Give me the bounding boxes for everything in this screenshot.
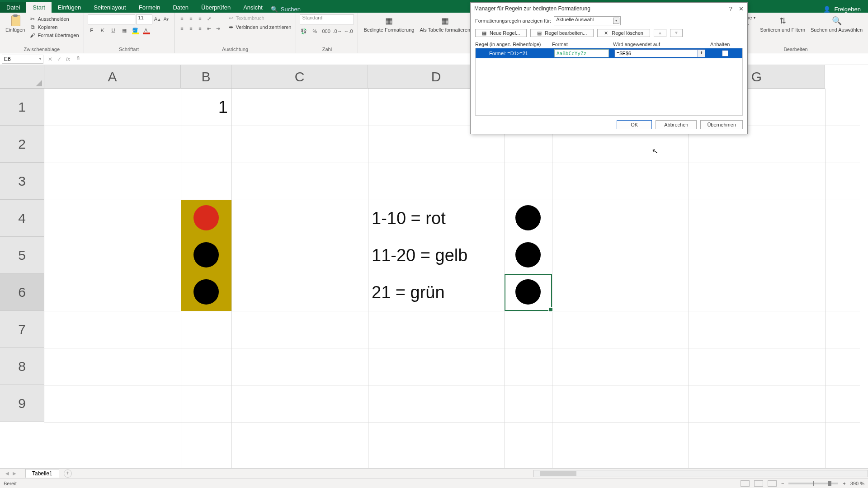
increase-decimal-button[interactable]: .0→: [332, 27, 340, 35]
help-button[interactable]: ?: [729, 5, 732, 12]
font-size-combo[interactable]: 11: [136, 14, 152, 24]
cancel-button[interactable]: Abbrechen: [656, 120, 697, 129]
page-layout-view-button[interactable]: [754, 480, 763, 487]
fill-color-button[interactable]: 🪣: [131, 26, 139, 34]
cell-D4[interactable]: 1-10 = rot: [368, 200, 505, 237]
edit-rule-button[interactable]: ▤Regel bearbeiten...: [530, 29, 594, 37]
cancel-formula-button[interactable]: ✕: [48, 56, 52, 62]
normal-view-button[interactable]: [741, 480, 750, 487]
indent-decrease-button[interactable]: ⇤: [205, 24, 213, 33]
tab-view[interactable]: Ansicht: [237, 2, 269, 13]
select-all-button[interactable]: [0, 65, 44, 89]
cell-D6[interactable]: 21 = grün: [368, 274, 505, 311]
row-header-5[interactable]: 5: [0, 237, 44, 274]
format-as-table-button[interactable]: ▦ Als Tabelle formatieren: [418, 14, 472, 33]
paste-button[interactable]: Einfügen: [4, 14, 27, 33]
merge-label: Verbinden und zentrieren: [236, 24, 292, 30]
status-circle-E4: [515, 205, 541, 230]
tab-home[interactable]: Start: [26, 2, 51, 13]
tab-review[interactable]: Überprüfen: [195, 2, 237, 13]
row-header-8[interactable]: 8: [0, 348, 44, 385]
delete-rule-button[interactable]: ✕Regel löschen: [597, 29, 650, 37]
merge-center-button[interactable]: ⬌Verbinden und zentrieren: [227, 23, 292, 31]
conditional-formatting-button[interactable]: ▦ Bedingte Formatierung: [362, 14, 416, 33]
percent-button[interactable]: %: [311, 27, 319, 35]
find-select-button[interactable]: 🔍 Suchen und Auswählen: [809, 14, 864, 33]
tab-pagelayout[interactable]: Seitenlayout: [87, 2, 132, 13]
sheet-tab-1[interactable]: Tabelle1: [25, 469, 59, 478]
zoom-out-button[interactable]: −: [781, 481, 784, 486]
bold-button[interactable]: F: [88, 26, 96, 34]
fx-button[interactable]: fx: [66, 56, 70, 62]
italic-button[interactable]: K: [99, 26, 107, 34]
tab-insert[interactable]: Einfügen: [52, 2, 87, 13]
cut-button[interactable]: ✂Ausschneiden: [28, 15, 80, 23]
decrease-font-button[interactable]: A▾: [162, 15, 170, 23]
align-bottom-button[interactable]: ≡: [196, 14, 204, 23]
row-header-1[interactable]: 1: [0, 89, 44, 126]
horizontal-scrollbar[interactable]: [533, 470, 868, 477]
row-header-7[interactable]: 7: [0, 311, 44, 348]
apply-button[interactable]: Übernehmen: [700, 120, 743, 129]
close-button[interactable]: ✕: [739, 5, 744, 12]
align-middle-button[interactable]: ≡: [187, 14, 195, 23]
align-left-button[interactable]: ≡: [178, 24, 186, 33]
col-header-B[interactable]: B: [181, 65, 231, 89]
range-picker-icon[interactable]: ⬆: [698, 50, 705, 57]
accounting-button[interactable]: 💱: [300, 27, 308, 35]
page-break-view-button[interactable]: [768, 480, 777, 487]
col-header-A[interactable]: A: [44, 65, 181, 89]
sheet-nav-next[interactable]: ▶: [13, 471, 16, 476]
ok-button[interactable]: OK: [617, 120, 652, 129]
show-rules-for-combo[interactable]: Aktuelle Auswahl ▾: [554, 16, 621, 25]
align-center-button[interactable]: ≡: [187, 24, 195, 33]
zoom-slider[interactable]: [788, 483, 838, 484]
number-format-combo[interactable]: Standard: [300, 14, 354, 24]
search-icon: 🔍: [271, 6, 278, 13]
decrease-decimal-button[interactable]: ←.0: [343, 27, 351, 35]
cell-D5[interactable]: 11-20 = gelb: [368, 237, 505, 274]
enter-formula-button[interactable]: ✓: [57, 56, 61, 62]
ribbon-search[interactable]: 🔍 Suchen: [271, 6, 301, 13]
cell-B1[interactable]: 1: [181, 89, 231, 126]
increase-font-button[interactable]: A▴: [153, 15, 161, 23]
border-button[interactable]: ▦: [120, 26, 128, 34]
row-header-6[interactable]: 6: [0, 274, 44, 311]
status-ready: Bereit: [4, 481, 17, 486]
format-painter-label: Format übertragen: [38, 33, 79, 38]
rule-applies-to-input[interactable]: =$E$6⬆: [614, 49, 705, 57]
sheet-nav-prev[interactable]: ◀: [5, 471, 9, 476]
stop-if-true-checkbox[interactable]: [722, 50, 728, 56]
indent-increase-button[interactable]: ⇥: [214, 24, 222, 33]
tab-formulas[interactable]: Formeln: [132, 2, 167, 13]
add-sheet-button[interactable]: +: [64, 469, 72, 478]
rule-row[interactable]: Formel: =D1>=21 AaBbCcYyZz =$E$6⬆: [476, 48, 742, 58]
move-down-button[interactable]: ▼: [670, 29, 683, 37]
row-header-3[interactable]: 3: [0, 163, 44, 200]
underline-button[interactable]: U: [109, 26, 118, 34]
dialog-titlebar[interactable]: Manager für Regeln zur bedingten Formati…: [471, 3, 747, 14]
align-top-button[interactable]: ≡: [178, 14, 186, 23]
tab-file[interactable]: Datei: [0, 2, 26, 13]
wrap-text-button[interactable]: ↩Textumbruch: [227, 14, 292, 22]
copy-button[interactable]: ⧉Kopieren: [28, 23, 80, 31]
new-rule-button[interactable]: ▦Neue Regel...: [475, 29, 527, 37]
format-painter-button[interactable]: 🖌Format übertragen: [28, 32, 80, 39]
comma-button[interactable]: 000: [321, 27, 330, 35]
align-right-button[interactable]: ≡: [196, 24, 204, 33]
orientation-button[interactable]: ⤢: [205, 14, 213, 23]
share-button[interactable]: Freigeben: [834, 6, 861, 13]
col-header-C[interactable]: C: [231, 65, 368, 89]
row-header-4[interactable]: 4: [0, 200, 44, 237]
sort-filter-button[interactable]: ⇅ Sortieren und Filtern: [758, 14, 807, 33]
tab-data[interactable]: Daten: [166, 2, 195, 13]
rules-list[interactable]: Formel: =D1>=21 AaBbCcYyZz =$E$6⬆: [475, 48, 743, 116]
zoom-level[interactable]: 390 %: [850, 481, 864, 486]
row-header-2[interactable]: 2: [0, 126, 44, 163]
font-color-button[interactable]: A: [142, 26, 150, 34]
font-name-combo[interactable]: [88, 14, 135, 24]
row-header-9[interactable]: 9: [0, 385, 44, 422]
move-up-button[interactable]: ▲: [654, 29, 666, 37]
zoom-in-button[interactable]: +: [843, 481, 845, 486]
name-box[interactable]: E6▼: [2, 55, 43, 64]
